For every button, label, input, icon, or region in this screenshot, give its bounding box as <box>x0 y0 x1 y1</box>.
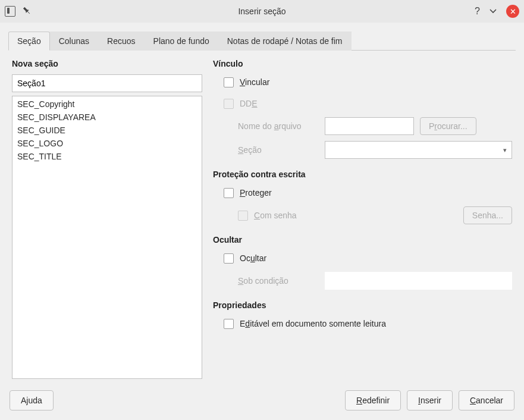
list-item[interactable]: SEC_LOGO <box>12 137 202 150</box>
editable-label: Editável em documento somente leitura <box>240 319 386 328</box>
footer-right: Redefinir Inserir Cancelar <box>345 390 514 410</box>
dialog-footer: Ajuda Redefinir Inserir Cancelar <box>0 381 524 420</box>
new-section-label: Nova seção <box>12 59 202 68</box>
titlebar-right: ? ✕ <box>475 5 519 18</box>
list-item[interactable]: SEC_DISPLAYAREA <box>12 111 202 124</box>
file-input[interactable] <box>325 117 414 135</box>
tab-indents[interactable]: Recuos <box>98 32 144 51</box>
help-icon[interactable]: ? <box>475 6 480 17</box>
hide-group-label: Ocultar <box>213 235 512 245</box>
tab-notes-label: Notas de rodapé / Notas de fim <box>227 36 343 46</box>
tab-notes[interactable]: Notas de rodapé / Notas de fim <box>218 32 352 51</box>
right-column: Vínculo Vincular DDE Nome do arquivo Pro… <box>213 59 512 379</box>
editable-checkbox[interactable] <box>224 319 234 329</box>
hide-row: Ocultar <box>213 250 512 266</box>
condition-input[interactable] <box>325 272 512 290</box>
pin-icon[interactable] <box>23 7 31 17</box>
dde-label: DDE <box>240 99 258 108</box>
protect-checkbox[interactable] <box>224 188 234 198</box>
chevron-down-icon: ▾ <box>503 146 507 154</box>
left-column: Nova seção SEC_Copyright SEC_DISPLAYAREA… <box>12 59 202 379</box>
content-area: Nova seção SEC_Copyright SEC_DISPLAYAREA… <box>0 51 524 385</box>
tabs-container: Seção Colunas Recuos Plano de fundo Nota… <box>0 23 524 51</box>
list-item[interactable]: SEC_TITLE <box>12 150 202 163</box>
protect-group-label: Proteção contra escrita <box>213 170 512 179</box>
link-section-label: Seção <box>238 145 319 155</box>
link-section-combo[interactable]: ▾ <box>325 141 512 159</box>
vincular-checkbox[interactable] <box>224 77 234 87</box>
link-group-label: Vínculo <box>213 59 512 68</box>
tab-bar: Seção Colunas Recuos Plano de fundo Nota… <box>8 31 516 51</box>
titlebar-left <box>5 6 31 17</box>
tab-section[interactable]: Seção <box>8 32 50 51</box>
withpass-row: Com senha Senha... <box>213 206 512 224</box>
list-item[interactable]: SEC_GUIDE <box>12 124 202 137</box>
window-title: Inserir seção <box>238 7 285 16</box>
withpass-label: Com senha <box>254 211 297 220</box>
withpass-checkbox <box>238 211 248 221</box>
close-icon: ✕ <box>510 8 516 15</box>
password-button: Senha... <box>463 206 512 224</box>
condition-label: Sob condição <box>238 276 319 286</box>
help-button[interactable]: Ajuda <box>10 390 54 410</box>
props-group-label: Propriedades <box>213 300 512 310</box>
editable-row: Editável em documento somente leitura <box>213 316 512 331</box>
file-row: Nome do arquivo Procurar... <box>213 117 512 135</box>
list-item[interactable]: SEC_Copyright <box>12 98 202 111</box>
minimize-chevron-icon[interactable] <box>488 6 498 17</box>
protect-row: Proteger <box>213 185 512 200</box>
props-group: Propriedades Editável em documento somen… <box>213 300 512 331</box>
condition-row: Sob condição <box>213 272 512 290</box>
cancel-button[interactable]: Cancelar <box>459 390 514 410</box>
tab-background-label: Plano de fundo <box>153 36 209 46</box>
titlebar: Inserir seção ? ✕ <box>0 0 524 23</box>
vincular-label: Vincular <box>240 77 269 87</box>
app-icon <box>5 6 15 17</box>
dde-row: DDE <box>213 96 512 111</box>
tab-indents-label: Recuos <box>107 36 135 46</box>
dde-checkbox <box>224 99 234 109</box>
link-group: Vínculo Vincular DDE Nome do arquivo Pro… <box>213 59 512 159</box>
section-listbox[interactable]: SEC_Copyright SEC_DISPLAYAREA SEC_GUIDE … <box>12 96 202 379</box>
tab-columns[interactable]: Colunas <box>50 32 98 51</box>
hide-label: Ocultar <box>240 253 266 263</box>
insert-button[interactable]: Inserir <box>407 390 453 410</box>
tab-columns-label: Colunas <box>59 36 89 46</box>
tab-section-label: Seção <box>17 36 41 46</box>
link-section-row: Seção ▾ <box>213 141 512 159</box>
reset-button[interactable]: Redefinir <box>345 390 401 410</box>
close-button[interactable]: ✕ <box>506 5 519 18</box>
section-name-input[interactable] <box>12 74 202 92</box>
protect-group: Proteção contra escrita Proteger Com sen… <box>213 170 512 224</box>
protect-label: Proteger <box>240 188 272 198</box>
vincular-row: Vincular <box>213 74 512 90</box>
hide-group: Ocultar Ocultar Sob condição <box>213 235 512 290</box>
file-label: Nome do arquivo <box>238 121 319 131</box>
tab-background[interactable]: Plano de fundo <box>145 32 218 51</box>
browse-button: Procurar... <box>420 117 476 135</box>
hide-checkbox[interactable] <box>224 253 234 264</box>
